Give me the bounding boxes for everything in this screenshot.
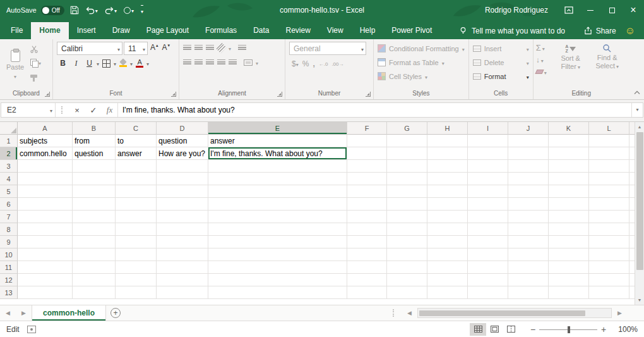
cell-A7[interactable] — [18, 211, 73, 223]
cell-E5[interactable] — [208, 185, 347, 198]
cell-F6[interactable] — [347, 198, 387, 211]
cell-K10[interactable] — [549, 248, 589, 261]
cell-G10[interactable] — [387, 248, 427, 261]
cell-I7[interactable] — [468, 211, 508, 223]
cell-K1[interactable] — [549, 135, 589, 147]
name-box[interactable]: E2 — [1, 103, 56, 117]
cell-J1[interactable] — [508, 135, 549, 147]
cell-A1[interactable]: subjects — [18, 135, 73, 147]
tab-review[interactable]: Review — [277, 22, 318, 39]
cell-C12[interactable] — [116, 274, 157, 286]
clipboard-dialog-launcher-icon[interactable] — [45, 92, 50, 97]
cell-G11[interactable] — [387, 261, 427, 274]
insert-cells-button[interactable]: Insert — [473, 42, 529, 54]
column-header-L[interactable]: L — [589, 122, 629, 135]
tab-draw[interactable]: Draw — [104, 22, 138, 39]
column-header-K[interactable]: K — [549, 122, 589, 135]
align-top-icon[interactable] — [183, 45, 191, 51]
merge-center-chevron-icon[interactable] — [256, 58, 258, 67]
cell-L6[interactable] — [589, 198, 629, 211]
share-button[interactable]: Share — [584, 22, 616, 39]
horizontal-scrollbar-thumb[interactable] — [419, 310, 585, 316]
vertical-scrollbar-thumb[interactable] — [636, 132, 643, 270]
cell-B13[interactable] — [73, 286, 116, 299]
sheet-nav-left-button[interactable] — [0, 305, 16, 321]
font-size-combo[interactable]: 11 — [124, 42, 148, 55]
copy-button[interactable] — [30, 58, 41, 68]
font-color-chevron-icon[interactable] — [146, 59, 149, 68]
column-header-H[interactable]: H — [427, 122, 468, 135]
delete-cells-button[interactable]: Delete — [473, 56, 529, 68]
sheet-nav-right-button[interactable] — [16, 305, 32, 321]
cell-F11[interactable] — [347, 261, 387, 274]
sheet-tab-common-hello[interactable]: common-hello — [32, 305, 106, 321]
cell-D8[interactable] — [157, 223, 208, 236]
cell-G8[interactable] — [387, 223, 427, 236]
cell-D7[interactable] — [157, 211, 208, 223]
cell-C11[interactable] — [116, 261, 157, 274]
cell-A8[interactable] — [18, 223, 73, 236]
cell-B2[interactable]: question — [73, 147, 116, 160]
zoom-percentage[interactable]: 100% — [614, 325, 638, 334]
insert-function-button[interactable]: fx — [102, 103, 118, 117]
cell-C5[interactable] — [116, 185, 157, 198]
cell-G9[interactable] — [387, 236, 427, 248]
zoom-slider[interactable] — [539, 324, 597, 335]
cell-D4[interactable] — [157, 173, 208, 185]
cell-E7[interactable] — [208, 211, 347, 223]
cell-I5[interactable] — [468, 185, 508, 198]
tab-help[interactable]: Help — [352, 22, 384, 39]
cell-A9[interactable] — [18, 236, 73, 248]
cell-H9[interactable] — [427, 236, 468, 248]
font-name-combo[interactable]: Calibri — [57, 42, 122, 55]
row-header-4[interactable]: 4 — [0, 173, 18, 185]
cell-B5[interactable] — [73, 185, 116, 198]
cell-D9[interactable] — [157, 236, 208, 248]
cell-F4[interactable] — [347, 173, 387, 185]
cell-F5[interactable] — [347, 185, 387, 198]
fill-color-chevron-icon[interactable] — [130, 59, 133, 68]
cell-D3[interactable] — [157, 160, 208, 173]
cell-F1[interactable] — [347, 135, 387, 147]
cell-B12[interactable] — [73, 274, 116, 286]
cell-D12[interactable] — [157, 274, 208, 286]
tab-home[interactable]: Home — [31, 22, 68, 39]
scroll-up-button[interactable] — [635, 122, 644, 132]
bold-button[interactable]: B — [57, 57, 69, 70]
cell-G4[interactable] — [387, 173, 427, 185]
clear-button[interactable] — [536, 66, 547, 77]
cell-G2[interactable] — [387, 147, 427, 160]
cell-D11[interactable] — [157, 261, 208, 274]
tab-view[interactable]: View — [319, 22, 352, 39]
cell-A12[interactable] — [18, 274, 73, 286]
autosave-toggle[interactable]: Off — [41, 6, 64, 15]
cell-D10[interactable] — [157, 248, 208, 261]
number-format-combo[interactable]: General — [289, 42, 366, 55]
cell-C6[interactable] — [116, 198, 157, 211]
decrease-font-size-button[interactable]: A▾ — [161, 42, 172, 55]
tab-file[interactable]: File — [3, 22, 31, 39]
cell-D13[interactable] — [157, 286, 208, 299]
cell-A11[interactable] — [18, 261, 73, 274]
format-painter-button[interactable] — [30, 71, 41, 81]
cell-F12[interactable] — [347, 274, 387, 286]
formula-bar-expand-button[interactable] — [631, 103, 643, 117]
cell-H2[interactable] — [427, 147, 468, 160]
cell-G6[interactable] — [387, 198, 427, 211]
cell-B7[interactable] — [73, 211, 116, 223]
alignment-dialog-launcher-icon[interactable] — [277, 92, 282, 97]
cell-E4[interactable] — [208, 173, 347, 185]
cell-E1[interactable]: answer — [208, 135, 347, 147]
percent-style-button[interactable]: % — [302, 59, 309, 68]
sort-filter-button[interactable]: AZ Sort & Filter — [552, 42, 589, 88]
cell-J9[interactable] — [508, 236, 549, 248]
cell-G12[interactable] — [387, 274, 427, 286]
cell-L12[interactable] — [589, 274, 629, 286]
vertical-scrollbar[interactable] — [635, 122, 644, 305]
decrease-decimal-button[interactable]: .00→ — [331, 58, 343, 70]
wrap-text-icon[interactable] — [238, 45, 246, 51]
cell-G1[interactable] — [387, 135, 427, 147]
cell-K7[interactable] — [549, 211, 589, 223]
cell-K12[interactable] — [549, 274, 589, 286]
cell-A10[interactable] — [18, 248, 73, 261]
